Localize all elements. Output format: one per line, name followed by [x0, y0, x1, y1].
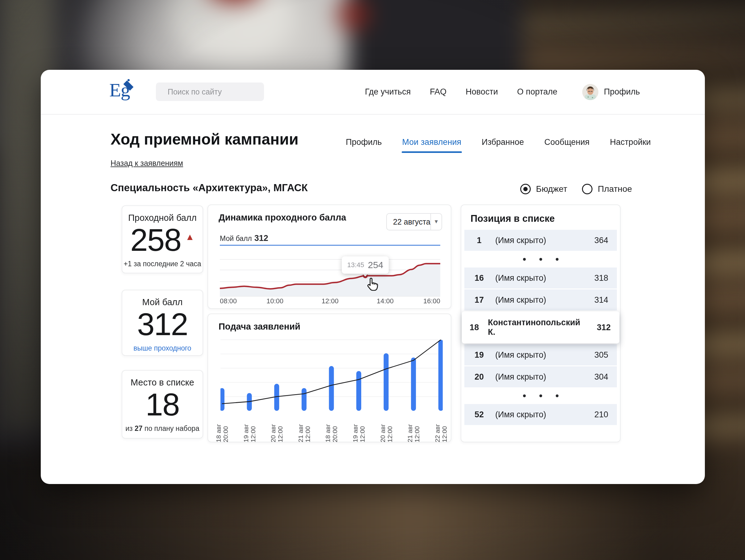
position-score: 304 — [572, 372, 617, 382]
position-score: 314 — [572, 295, 617, 305]
ellipsis-dot — [539, 395, 542, 397]
hand-cursor-icon — [366, 277, 379, 293]
tab-Настройки[interactable]: Настройки — [610, 137, 650, 151]
stat-card-1: Проходной балл258▲+1 за последние 2 часа — [122, 206, 203, 273]
tab-Сообщения[interactable]: Сообщения — [544, 137, 590, 151]
stat-value: 312 — [137, 308, 188, 340]
back-link[interactable]: Назад к заявлениям — [110, 159, 183, 168]
position-rank: 20 — [464, 372, 494, 382]
avatar — [582, 84, 598, 100]
position-row: 20(Имя скрыто)304 — [464, 366, 617, 387]
nav-item-FAQ[interactable]: FAQ — [430, 87, 447, 97]
ellipsis-row — [464, 252, 617, 267]
svg-text:10:00: 10:00 — [266, 297, 284, 305]
positions-panel: Позиция в списке 1(Имя скрыто)36416(Имя … — [461, 205, 621, 442]
x-axis-label: 21 авг12:00 — [297, 414, 311, 442]
stat-card-3: Место в списке18из 27 по плану набора — [122, 370, 203, 439]
radio-option-Платное[interactable]: Платное — [582, 184, 632, 194]
position-rank: 52 — [464, 410, 494, 419]
position-row: 52(Имя скрыто)210 — [464, 404, 617, 425]
position-rank: 1 — [464, 236, 494, 245]
x-axis-label: 19 авг12:00 — [352, 414, 366, 442]
tooltip-time: 13:45 — [347, 261, 364, 269]
position-row: 16(Имя скрыто)318 — [464, 268, 617, 288]
chevron-down-icon: ▼ — [434, 219, 439, 225]
date-selector[interactable]: 22 августа ▼ — [386, 213, 442, 230]
x-axis-label: 20 авг12:00 — [379, 414, 393, 442]
position-rank: 19 — [464, 350, 494, 360]
position-score: 318 — [572, 273, 617, 283]
screen: Eg Где учитьсяFAQНовостиО портале — [0, 0, 745, 560]
stat-caption: из 27 по плану набора — [122, 425, 202, 433]
position-score: 364 — [572, 236, 617, 245]
position-name: (Имя скрыто) — [494, 273, 572, 283]
specialty-title: Специальность «Архитектура», МГАСК — [110, 182, 308, 194]
site-logo[interactable]: Eg — [109, 79, 143, 107]
plan-filter: БюджетПлатное — [520, 184, 632, 194]
applications-title: Подача заявлений — [219, 321, 300, 332]
ellipsis-dot — [556, 258, 558, 261]
main-nav: Где учитьсяFAQНовостиО портале — [365, 70, 557, 114]
svg-text:12:00: 12:00 — [321, 297, 338, 305]
ellipsis-dot — [539, 258, 542, 261]
position-name: (Имя скрыто) — [494, 350, 572, 360]
tab-Мои заявления[interactable]: Мои заявления — [402, 137, 461, 151]
chart-tooltip: 13:45 254 — [342, 256, 389, 274]
radio-label: Бюджет — [536, 184, 567, 194]
x-axis-label: 18 авг20:00 — [215, 414, 229, 442]
x-axis-label: 21 авг12:00 — [406, 414, 421, 442]
stat-caption: +1 за последние 2 часа — [122, 260, 202, 268]
tab-Избранное[interactable]: Избранное — [482, 137, 524, 151]
stat-title: Место в списке — [122, 377, 202, 387]
stat-value-row: 258▲ — [122, 224, 202, 256]
tooltip-value: 254 — [368, 260, 384, 270]
position-rank: 18 — [462, 323, 487, 332]
position-row: 17(Имя скрыто)314 — [464, 289, 617, 310]
radio-label: Платное — [598, 184, 632, 194]
ellipsis-row — [464, 388, 617, 403]
svg-text:08:00: 08:00 — [220, 297, 237, 305]
search-input[interactable] — [167, 87, 268, 97]
position-row: 1(Имя скрыто)364 — [464, 230, 617, 251]
tab-Профиль[interactable]: Профиль — [346, 137, 382, 151]
stat-title: Проходной балл — [122, 213, 202, 223]
nav-item-Где учиться[interactable]: Где учиться — [365, 87, 411, 97]
active-tab-underline — [402, 151, 462, 153]
stat-caption[interactable]: выше проходного — [122, 344, 202, 352]
stat-card-2: Мой балл312выше проходного — [122, 290, 203, 356]
profile-button[interactable]: Профиль — [582, 70, 640, 114]
position-name: (Имя скрыто) — [494, 295, 572, 305]
position-name: (Имя скрыто) — [494, 372, 572, 382]
x-axis-label: 20 авг12:00 — [269, 414, 284, 442]
ellipsis-dot — [523, 395, 526, 397]
ellipsis-dot — [523, 258, 526, 261]
x-axis-label: 18 авг20:00 — [324, 414, 338, 442]
dynamics-chart[interactable]: 08:0010:0012:0014:0016:00 — [220, 242, 440, 306]
ellipsis-dot — [556, 395, 558, 397]
position-name: (Имя скрыто) — [494, 236, 572, 245]
nav-item-О портале[interactable]: О портале — [517, 87, 557, 97]
main-window: Eg Где учитьсяFAQНовостиО портале — [41, 70, 705, 484]
position-row-highlighted: 18Константинопольский К.312 — [462, 311, 619, 343]
position-rank: 16 — [464, 273, 494, 283]
dynamics-card: Динамика проходного балла 22 августа ▼ М… — [207, 205, 451, 309]
stat-title: Мой балл — [122, 297, 202, 307]
nav-item-Новости[interactable]: Новости — [465, 87, 498, 97]
radio-dot — [523, 187, 528, 191]
position-name: Константинопольский К. — [487, 318, 580, 337]
positions-list: 1(Имя скрыто)36416(Имя скрыто)31817(Имя … — [464, 230, 617, 426]
tab-bar: ПрофильМои заявленияИзбранноеСообщенияНа… — [346, 137, 651, 151]
date-selector-value: 22 августа — [387, 217, 430, 226]
applications-card: Подача заявлений 18 авг20:0019 авг12:002… — [207, 313, 451, 442]
site-header: Eg Где учитьсяFAQНовостиО портале — [41, 70, 705, 115]
stat-value-row: 18 — [122, 388, 202, 421]
applications-chart — [221, 338, 443, 414]
position-row: 19(Имя скрыто)305 — [464, 344, 617, 365]
svg-text:16:00: 16:00 — [423, 297, 440, 305]
position-score: 210 — [572, 410, 617, 419]
position-name: (Имя скрыто) — [494, 410, 572, 419]
trend-up-icon: ▲ — [185, 232, 195, 242]
site-search[interactable] — [156, 83, 264, 101]
radio-option-Бюджет[interactable]: Бюджет — [520, 184, 567, 194]
date-selector-arrow-zone[interactable]: ▼ — [430, 214, 442, 230]
